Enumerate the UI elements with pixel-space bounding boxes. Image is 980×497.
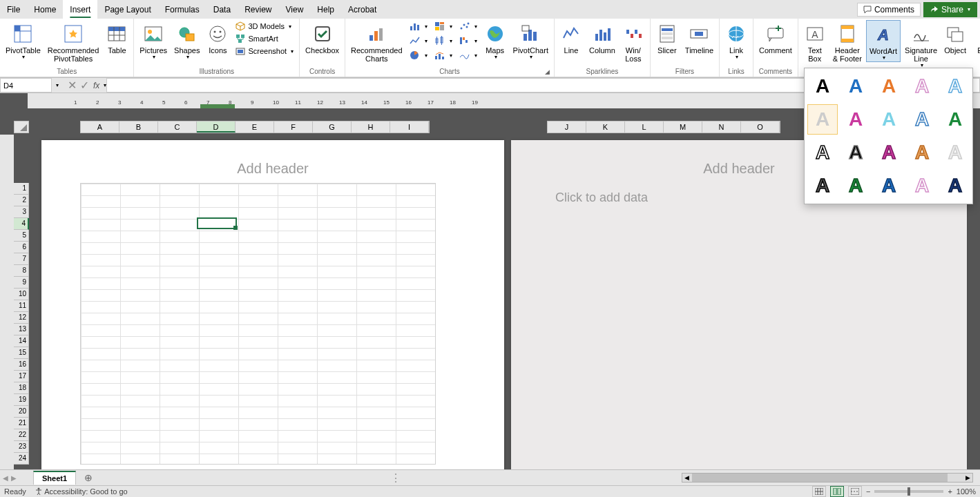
column-header-E[interactable]: E xyxy=(236,121,274,133)
wordart-style-7[interactable]: A xyxy=(840,104,871,135)
zoom-slider[interactable] xyxy=(874,490,943,493)
sheet-nav-next[interactable]: ▶ xyxy=(11,474,17,482)
wordart-style-1[interactable]: A xyxy=(807,71,838,101)
select-all-corner[interactable] xyxy=(14,121,29,133)
wordart-style-11[interactable]: A xyxy=(807,137,838,168)
row-header-7[interactable]: 7 xyxy=(14,253,29,265)
name-box[interactable] xyxy=(0,78,52,92)
column-header-O[interactable]: O xyxy=(741,121,780,133)
row-header-2[interactable]: 2 xyxy=(14,195,29,206)
signature-line-button[interactable]: Signature Line▾ xyxy=(902,20,940,69)
wordart-style-17[interactable]: A xyxy=(840,170,871,201)
column-header-B[interactable]: B xyxy=(119,121,158,133)
comments-button[interactable]: Comments xyxy=(857,3,921,17)
hierarchy-chart-button[interactable]: ▾ xyxy=(432,20,455,32)
row-header-20[interactable]: 20 xyxy=(14,406,29,418)
row-header-9[interactable]: 9 xyxy=(14,277,29,289)
status-accessibility[interactable]: Accessibility: Good to go xyxy=(35,487,128,496)
wordart-style-10[interactable]: A xyxy=(940,104,970,135)
column-header-M[interactable]: M xyxy=(664,121,702,133)
slicer-button[interactable]: Slicer xyxy=(653,20,681,55)
row-header-12[interactable]: 12 xyxy=(14,312,29,324)
row-header-24[interactable]: 24 xyxy=(14,453,29,465)
wordart-style-4[interactable]: A xyxy=(907,71,937,101)
recommended-pivottables-button[interactable]: Recommended PivotTables xyxy=(45,20,102,63)
pie-chart-button[interactable]: ▾ xyxy=(407,49,430,61)
column-header-H[interactable]: H xyxy=(352,121,390,133)
wordart-style-2[interactable]: A xyxy=(840,71,871,101)
sparkline-column-button[interactable]: Column xyxy=(586,20,618,55)
menu-tab-insert[interactable]: Insert xyxy=(63,0,97,19)
column-header-I[interactable]: I xyxy=(390,121,429,133)
column-header-D[interactable]: D xyxy=(197,121,236,133)
row-header-18[interactable]: 18 xyxy=(14,382,29,394)
icons-button[interactable]: Icons xyxy=(204,20,231,55)
header-footer-button[interactable]: Header & Footer xyxy=(830,20,865,63)
view-page-layout-button[interactable] xyxy=(830,486,844,497)
zoom-in-button[interactable]: + xyxy=(948,487,952,496)
row-header-6[interactable]: 6 xyxy=(14,242,29,253)
wordart-style-8[interactable]: A xyxy=(874,104,904,135)
3d-models-button[interactable]: 3D Models▾ xyxy=(233,20,296,32)
object-button[interactable]: Object xyxy=(941,20,969,55)
column-header-F[interactable]: F xyxy=(274,121,313,133)
wordart-style-14[interactable]: A xyxy=(907,137,937,168)
wordart-style-20[interactable]: A xyxy=(940,170,970,201)
table-button[interactable]: Table xyxy=(103,20,131,55)
add-sheet-button[interactable]: ⊕ xyxy=(81,471,95,485)
menu-tab-review[interactable]: Review xyxy=(238,0,278,19)
sheet-tab-sheet1[interactable]: Sheet1 xyxy=(33,471,76,485)
smartart-button[interactable]: SmartArt xyxy=(233,32,296,45)
row-header-8[interactable]: 8 xyxy=(14,265,29,277)
column-header-J[interactable]: J xyxy=(548,121,586,133)
surface-chart-button[interactable]: ▾ xyxy=(457,49,480,61)
screenshot-button[interactable]: Screenshot▾ xyxy=(233,45,296,57)
pivottable-button[interactable]: PivotTable▾ xyxy=(3,20,44,61)
sheet-nav-prev[interactable]: ◀ xyxy=(3,474,8,482)
zoom-out-button[interactable]: − xyxy=(866,487,870,496)
wordart-style-6[interactable]: A xyxy=(807,104,838,135)
pictures-button[interactable]: Pictures▾ xyxy=(137,20,170,61)
row-header-17[interactable]: 17 xyxy=(14,371,29,382)
statistic-chart-button[interactable]: ▾ xyxy=(432,35,455,47)
wordart-style-19[interactable]: A xyxy=(907,170,937,201)
row-header-15[interactable]: 15 xyxy=(14,347,29,359)
wordart-style-3[interactable]: A xyxy=(874,71,904,101)
enter-formula-button[interactable]: ✓ xyxy=(78,78,90,92)
text-box-button[interactable]: AText Box xyxy=(801,20,829,63)
wordart-style-13[interactable]: A xyxy=(874,137,904,168)
column-header-A[interactable]: A xyxy=(81,121,119,133)
menu-tab-home[interactable]: Home xyxy=(27,0,63,19)
waterfall-chart-button[interactable]: ▾ xyxy=(457,35,480,47)
checkbox-button[interactable]: Checkbox xyxy=(302,20,342,55)
menu-tab-acrobat[interactable]: Acrobat xyxy=(341,0,383,19)
wordart-style-16[interactable]: A xyxy=(807,170,838,201)
view-normal-button[interactable] xyxy=(812,486,826,497)
sparkline-line-button[interactable]: Line xyxy=(557,20,585,55)
row-header-3[interactable]: 3 xyxy=(14,206,29,218)
maps-button[interactable]: Maps▾ xyxy=(481,20,509,61)
pivotchart-button[interactable]: PivotChart▾ xyxy=(510,20,551,61)
column-header-L[interactable]: L xyxy=(625,121,664,133)
column-header-N[interactable]: N xyxy=(702,121,741,133)
row-header-23[interactable]: 23 xyxy=(14,441,29,453)
row-header-19[interactable]: 19 xyxy=(14,394,29,406)
wordart-style-5[interactable]: A xyxy=(940,71,970,101)
row-header-5[interactable]: 5 xyxy=(14,230,29,242)
selected-cell[interactable] xyxy=(197,217,237,229)
menu-tab-view[interactable]: View xyxy=(279,0,311,19)
row-header-13[interactable]: 13 xyxy=(14,324,29,335)
line-chart-button[interactable]: ▾ xyxy=(407,35,430,47)
menu-tab-data[interactable]: Data xyxy=(206,0,238,19)
view-page-break-button[interactable] xyxy=(848,486,862,497)
sparkline-winloss-button[interactable]: Win/ Loss xyxy=(619,20,647,63)
link-button[interactable]: Link▾ xyxy=(722,20,750,61)
combo-chart-button[interactable]: ▾ xyxy=(432,49,455,61)
recommended-charts-button[interactable]: Recommended Charts xyxy=(348,20,405,63)
add-header-placeholder[interactable]: Add header xyxy=(41,140,504,184)
row-header-10[interactable]: 10 xyxy=(14,289,29,300)
wordart-button[interactable]: AWordArt▾ xyxy=(866,20,901,62)
shapes-button[interactable]: Shapes▾ xyxy=(171,20,202,61)
timeline-button[interactable]: Timeline xyxy=(682,20,716,55)
charts-dialog-launcher[interactable]: ◢ xyxy=(545,68,550,75)
